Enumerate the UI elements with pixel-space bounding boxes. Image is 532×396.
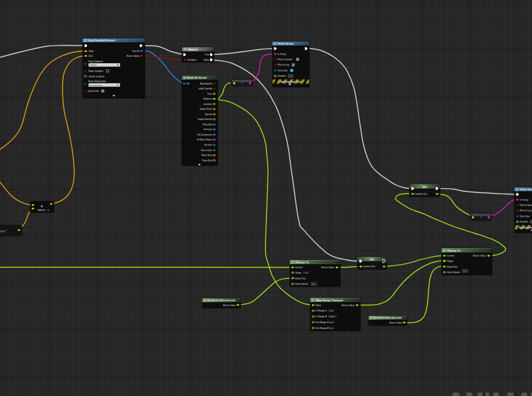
svg-text:In Range A: In Range A (316, 310, 327, 312)
svg-text:0.0: 0.0 (289, 75, 292, 77)
svg-text:Trace Complex: Trace Complex (88, 70, 104, 72)
svg-text:Target: Target (447, 260, 453, 262)
svg-text:Get World Delta Seconds: Get World Delta Seconds (373, 317, 402, 319)
svg-text:Lantern Out: Lantern Out (415, 193, 427, 195)
svg-text:FInterp To: FInterp To (447, 249, 461, 252)
svg-text:Out Range A: Out Range A (316, 321, 329, 324)
svg-text:0.0: 0.0 (330, 321, 333, 324)
svg-text:Delta Time: Delta Time (295, 277, 306, 280)
svg-text:In Range B: In Range B (316, 315, 327, 318)
svg-text:+: + (47, 208, 49, 211)
svg-text:Impact Normal: Impact Normal (197, 118, 212, 121)
svg-text:ƒ: ƒ (371, 316, 372, 319)
svg-text:200.0: 200.0 (330, 315, 336, 318)
svg-text:Interp Speed: Interp Speed (447, 271, 460, 274)
svg-text:Out Range B: Out Range B (316, 327, 329, 329)
svg-text:LineTraceByChannel: LineTraceByChannel (88, 39, 115, 42)
svg-text:1.0: 1.0 (330, 327, 333, 329)
svg-text:Hit Item: Hit Item (204, 144, 212, 146)
svg-text:Return Value: Return Value (126, 55, 140, 57)
svg-text:Interp Speed: Interp Speed (295, 283, 308, 285)
svg-text:Trace Start: Trace Start (201, 154, 212, 156)
svg-text:Hit Actor: Hit Actor (204, 128, 213, 131)
svg-text:Duration: Duration (520, 221, 529, 223)
svg-text:Print to Log: Print to Log (520, 209, 532, 212)
svg-text:ƒ: ƒ (274, 42, 276, 45)
svg-text:Ignore Self: Ignore Self (88, 90, 99, 92)
svg-text:Add pin: Add pin (37, 209, 45, 211)
svg-text:Trace Channel: Trace Channel (88, 60, 103, 63)
svg-text:True: True (205, 53, 210, 56)
svg-text:Print to Screen: Print to Screen (278, 58, 293, 61)
svg-text:ƒ: ƒ (292, 261, 293, 264)
svg-text:Return Value: Return Value (342, 304, 355, 307)
svg-text:Blocking Hit: Blocking Hit (200, 83, 213, 85)
svg-text:FInterp To: FInterp To (296, 261, 309, 264)
svg-text:Hit Component: Hit Component (197, 134, 212, 136)
svg-text:ƒ: ƒ (516, 188, 518, 191)
svg-text:Time: Time (207, 93, 212, 95)
svg-text:Development Only: Development Only (281, 81, 301, 83)
svg-text:Condition: Condition (187, 59, 197, 61)
svg-text:Return Value: Return Value (473, 255, 486, 257)
svg-text:Current: Current (295, 266, 303, 269)
svg-text:Map Range Clamped: Map Range Clamped (316, 299, 343, 302)
svg-text:Normal: Normal (205, 113, 212, 116)
svg-text:Return Value: Return Value (321, 266, 335, 269)
svg-text:For One Frame: For One Frame (90, 85, 103, 86)
svg-text:Draw Debug Type: Draw Debug Type (88, 80, 106, 83)
svg-text:Target: Target (295, 272, 301, 274)
svg-text:Hit Bone Name: Hit Bone Name (197, 138, 213, 141)
svg-text:Out Hit: Out Hit (132, 50, 140, 52)
svg-text:End: End (89, 55, 93, 57)
svg-text:In String: In String (520, 199, 529, 201)
svg-text:SET: SET (370, 258, 374, 261)
svg-text:Print to Screen: Print to Screen (520, 204, 532, 207)
svg-text:Trace End: Trace End (202, 159, 212, 162)
svg-text:Location: Location (204, 103, 213, 105)
svg-text:Start: Start (89, 50, 94, 52)
svg-text:4.0: 4.0 (463, 270, 467, 272)
svg-text:Print String: Print String (520, 188, 532, 191)
svg-text:In String: In String (278, 53, 286, 55)
svg-text:Print to Log: Print to Log (278, 64, 289, 66)
svg-text:ƒ: ƒ (312, 299, 314, 302)
svg-text:Branch: Branch (188, 48, 197, 51)
svg-text:Initial Overlap: Initial Overlap (198, 87, 213, 90)
svg-text:ƒ: ƒ (204, 299, 206, 302)
svg-text:0.0: 0.0 (330, 310, 333, 312)
svg-text:Visibility: Visibility (90, 64, 97, 66)
svg-text:Get World Delta Seconds: Get World Delta Seconds (207, 299, 236, 302)
svg-text:Face Index: Face Index (201, 149, 212, 152)
svg-text:Value: Value (316, 304, 321, 307)
svg-text:Current: Current (447, 255, 455, 257)
svg-text:Return Value: Return Value (390, 322, 403, 324)
svg-text:Break Hit Result: Break Hit Result (187, 76, 207, 79)
svg-text:Phys Mat: Phys Mat (203, 123, 213, 126)
svg-text:Print String: Print String (278, 42, 293, 45)
svg-text:Return Value: Return Value (223, 304, 236, 307)
svg-text:Lantern Out: Lantern Out (363, 265, 375, 268)
svg-text:Delta Time: Delta Time (447, 266, 458, 268)
svg-text:4.0: 4.0 (312, 283, 316, 285)
svg-text:False: False (204, 59, 210, 61)
svg-text:ƒ: ƒ (443, 249, 445, 252)
svg-text:×: × (6, 229, 8, 231)
svg-text:Distance: Distance (203, 98, 212, 100)
svg-text:Development Only: Development Only (519, 226, 532, 229)
svg-text:00.0: 00.0 (0, 230, 5, 233)
svg-text:Impact Point: Impact Point (199, 108, 212, 110)
svg-text:1.0: 1.0 (304, 272, 308, 274)
svg-text:+: + (40, 203, 43, 209)
svg-text:SET: SET (423, 186, 427, 189)
svg-text:ƒ: ƒ (85, 39, 86, 42)
svg-text:Text Color: Text Color (520, 215, 530, 218)
svg-text:Duration: Duration (278, 75, 286, 77)
svg-text:Actors to Ignore: Actors to Ignore (89, 75, 105, 78)
svg-text:Hit: Hit (187, 83, 190, 85)
svg-text:Text Color: Text Color (278, 69, 288, 72)
